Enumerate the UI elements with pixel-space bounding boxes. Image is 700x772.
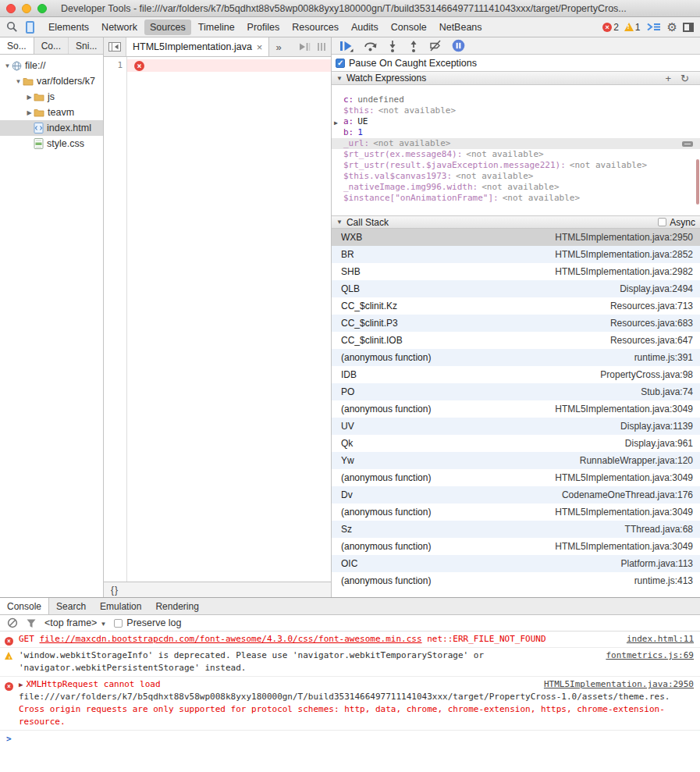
frame-location[interactable]: CodenameOneThread.java:176: [562, 489, 693, 500]
collapse-arrow-icon[interactable]: ▼: [3, 62, 12, 69]
navigator-tab-snippets[interactable]: Sni...: [69, 37, 104, 54]
step-out-button[interactable]: [408, 40, 419, 52]
call-stack-frame[interactable]: (anonymous function)runtime.js:413: [332, 572, 700, 589]
message-source-link[interactable]: fontmetrics.js:69: [606, 649, 694, 662]
tab-netbeans[interactable]: NetBeans: [434, 20, 488, 35]
code-area[interactable]: [127, 57, 331, 582]
call-stack-frame[interactable]: SHBHTML5Implementation.java:2982: [332, 263, 700, 280]
close-tab-icon[interactable]: ×: [257, 41, 263, 53]
expand-arrow-icon[interactable]: ▶: [25, 94, 34, 101]
frame-location[interactable]: Display.java:2494: [620, 283, 693, 294]
tree-item-js[interactable]: ▶ js: [0, 89, 103, 105]
watch-item[interactable]: b:1: [332, 127, 700, 138]
watch-expressions-header[interactable]: ▼ Watch Expressions + ↻: [332, 72, 700, 85]
warning-count-badge[interactable]: 1: [624, 22, 641, 33]
frame-location[interactable]: HTML5Implementation.java:3049: [555, 472, 693, 483]
clear-console-icon[interactable]: [7, 617, 18, 628]
call-stack-header[interactable]: ▼ Call Stack Async: [332, 215, 700, 229]
drawer-tab-console[interactable]: Console: [0, 598, 49, 614]
frame-location[interactable]: Resources.java:647: [610, 335, 693, 346]
frame-location[interactable]: Display.java:1139: [620, 421, 693, 432]
drawer-tab-search[interactable]: Search: [49, 598, 93, 614]
tab-audits[interactable]: Audits: [346, 20, 384, 35]
drawer-tab-rendering[interactable]: Rendering: [148, 598, 205, 614]
deactivate-breakpoints-button[interactable]: [429, 40, 442, 52]
minimize-window-button[interactable]: [22, 4, 31, 13]
async-checkbox[interactable]: [658, 218, 666, 226]
frame-location[interactable]: HTML5Implementation.java:2852: [555, 249, 693, 260]
hide-navigator-icon[interactable]: [104, 37, 126, 56]
column-layout-icon[interactable]: [317, 42, 326, 52]
frame-location[interactable]: HTML5Implementation.java:3049: [555, 541, 693, 552]
tab-timeline[interactable]: Timeline: [193, 20, 240, 35]
filter-icon[interactable]: [26, 618, 37, 628]
console-prompt[interactable]: >: [0, 731, 700, 748]
pause-on-caught-checkbox[interactable]: [336, 59, 345, 68]
call-stack-frame[interactable]: QLBDisplay.java:2494: [332, 280, 700, 297]
watch-item[interactable]: c:undefined: [332, 94, 700, 105]
call-stack-frame[interactable]: (anonymous function)HTML5Implementation.…: [332, 400, 700, 418]
call-stack-frame[interactable]: (anonymous function)HTML5Implementation.…: [332, 503, 700, 521]
frame-selector[interactable]: <top frame>▼: [44, 617, 106, 628]
message-source-link[interactable]: HTML5Implementation.java:2950: [544, 678, 694, 691]
watch-item[interactable]: $instance["onAnimationFrame"]:<not avail…: [332, 193, 700, 204]
frame-location[interactable]: RunnableWrapper.java:120: [580, 455, 693, 466]
line-number-gutter[interactable]: 1: [104, 57, 127, 582]
close-window-button[interactable]: [6, 4, 16, 13]
collapse-arrow-icon[interactable]: ▼: [336, 75, 343, 82]
step-over-button[interactable]: [364, 40, 377, 52]
tree-item-var-folders[interactable]: ▼ var/folders/k7: [0, 73, 103, 89]
line-number[interactable]: 1: [117, 60, 123, 70]
navigator-tab-sources[interactable]: So...: [0, 37, 34, 54]
dock-side-icon[interactable]: [683, 23, 694, 32]
collapse-arrow-icon[interactable]: ▼: [336, 219, 343, 226]
frame-location[interactable]: TThread.java:68: [625, 524, 693, 535]
watch-item-selected[interactable]: _url:<not available>: [332, 138, 700, 149]
device-mode-icon[interactable]: [26, 21, 34, 34]
frame-location[interactable]: HTML5Implementation.java:2982: [555, 266, 693, 277]
step-into-button[interactable]: [387, 40, 398, 52]
tab-resources[interactable]: Resources: [286, 20, 344, 35]
frame-location[interactable]: HTML5Implementation.java:3049: [555, 507, 693, 518]
tab-console[interactable]: Console: [386, 20, 432, 35]
expand-arrow-icon[interactable]: ▶: [25, 109, 34, 116]
call-stack-frame[interactable]: IDBPropertyCross.java:98: [332, 366, 700, 383]
zoom-window-button[interactable]: [37, 4, 47, 13]
frame-location[interactable]: HTML5Implementation.java:3049: [555, 404, 693, 414]
call-stack-frame[interactable]: (anonymous function)HTML5Implementation.…: [332, 538, 700, 555]
watch-item[interactable]: ▶ a:UE: [332, 116, 700, 127]
tab-elements[interactable]: Elements: [43, 20, 94, 35]
frame-location[interactable]: Stub.java:74: [641, 386, 693, 397]
tree-item-style-css[interactable]: style.css: [0, 136, 103, 151]
source-editor[interactable]: 1: [104, 57, 331, 582]
call-stack-frame[interactable]: (anonymous function)runtime.js:391: [332, 349, 700, 366]
tree-item-file-protocol[interactable]: ▼ file://: [0, 58, 103, 73]
call-stack-frame[interactable]: POStub.java:74: [332, 383, 700, 400]
watch-item[interactable]: $this.val$canvas1973:<not available>: [332, 171, 700, 182]
call-stack-frame[interactable]: YwRunnableWrapper.java:120: [332, 452, 700, 469]
call-stack-frame[interactable]: CC_$clinit.P3Resources.java:683: [332, 315, 700, 332]
call-stack-frame[interactable]: (anonymous function)HTML5Implementation.…: [332, 469, 700, 486]
collapse-arrow-icon[interactable]: ▼: [14, 78, 23, 85]
frame-location[interactable]: runtime.js:413: [634, 575, 693, 586]
resume-button[interactable]: [339, 40, 354, 52]
call-stack-frame[interactable]: UVDisplay.java:1139: [332, 418, 700, 435]
show-preview-icon[interactable]: [298, 42, 311, 52]
message-source-link[interactable]: index.html:11: [627, 633, 694, 646]
frame-location[interactable]: HTML5Implementation.java:2950: [555, 232, 693, 243]
watch-item[interactable]: $rt_ustr(result.$javaException.message22…: [332, 160, 700, 171]
message-url-link[interactable]: file://maxcdn.bootstrapcdn.com/font-awes…: [40, 634, 422, 644]
settings-gear-icon[interactable]: ⚙: [667, 21, 677, 33]
scrollbar-thumb[interactable]: [696, 159, 699, 205]
pretty-print-icon[interactable]: {}: [111, 585, 119, 596]
tree-item-index-html[interactable]: index.html: [0, 120, 103, 136]
refresh-watch-icon[interactable]: ↻: [680, 73, 689, 84]
error-count-badge[interactable]: 2: [602, 22, 619, 33]
tab-overflow-icon[interactable]: »: [269, 37, 287, 56]
tab-sources[interactable]: Sources: [144, 20, 191, 35]
navigator-tab-content-scripts[interactable]: Co...: [34, 37, 69, 54]
tab-profiles[interactable]: Profiles: [242, 20, 286, 35]
call-stack-frame[interactable]: BRHTML5Implementation.java:2852: [332, 246, 700, 263]
watch-item[interactable]: $rt_ustr(ex.message84):<not available>: [332, 149, 700, 160]
call-stack-frame[interactable]: QkDisplay.java:961: [332, 435, 700, 452]
